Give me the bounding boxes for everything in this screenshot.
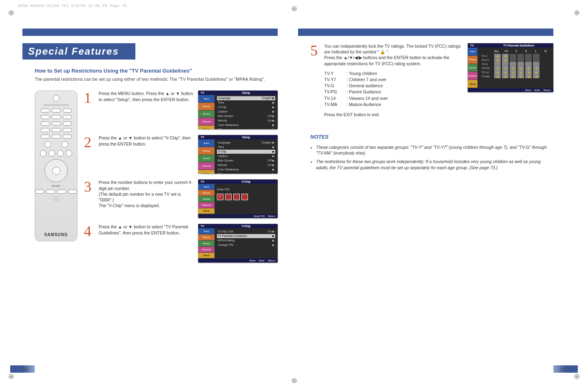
menu-row: Caption ▶ xyxy=(217,110,275,114)
grid-cell xyxy=(510,58,516,62)
footer-hint: Return xyxy=(268,215,275,217)
rating-row: TV-G: General audience xyxy=(324,83,464,89)
tv-sidebar-item: Input xyxy=(198,95,214,103)
crop-mark: ⊕ xyxy=(574,372,580,381)
tv-sidebar-item: Channel xyxy=(198,202,214,208)
grid-cell: 🔒 xyxy=(494,70,501,74)
page-number-left: 70 xyxy=(22,367,28,373)
tv-sidebar-item: Setup xyxy=(198,208,214,214)
exit-text: Press the EXIT button to exit. xyxy=(324,112,464,117)
grid-col-header: ALL xyxy=(493,50,500,53)
step-text: You can independently lock the TV rating… xyxy=(324,43,464,66)
crop-mark: ⊕ xyxy=(8,372,14,381)
grid-cell xyxy=(510,62,516,66)
step-text: Press the MENU button. Press the ▲ or ▼ … xyxy=(99,91,193,102)
note-item: These categories consist of two separate… xyxy=(316,144,553,156)
tv-sidebar-item: Setup xyxy=(468,80,477,88)
rating-row: TV-MA: Mature Audience xyxy=(324,102,464,108)
grid-cell: 🔒 xyxy=(502,70,508,74)
grid-cell xyxy=(517,54,524,58)
tv-sidebar-item: Sound xyxy=(198,155,214,163)
menu-row: TV Parental Guidelines ▶ xyxy=(217,234,275,238)
step-row: 3 Press the number buttons to enter your… xyxy=(84,179,278,218)
step-number: 1 xyxy=(84,91,94,105)
grid-cell xyxy=(517,58,524,62)
chapter-title: Special Features xyxy=(22,43,135,60)
grid-col-header: FV xyxy=(503,50,510,53)
menu-row: Time ▶ xyxy=(217,145,275,149)
grid-cell: 🔒 xyxy=(510,74,516,78)
crop-mark: ⊕ xyxy=(291,4,297,13)
footer-hint: Return xyxy=(268,259,275,262)
tv-sidebar-item: Channel xyxy=(468,72,477,80)
grid-row: TV-Y🔒🔒 xyxy=(480,54,551,58)
grid-cell: 🔒 xyxy=(525,70,532,74)
file-info: BP68-00283A-02(68-79) 5/6/04 12:06 PM Pa… xyxy=(18,4,127,8)
notes-list: These categories consist of two separate… xyxy=(310,144,553,171)
grid-row: TV-14🔒🔒🔒🔒🔒🔒 xyxy=(480,70,551,74)
menu-row: MPAA Rating ▶ xyxy=(217,239,275,243)
step-number: 5 xyxy=(310,43,320,117)
crop-mark: ⊕ xyxy=(291,376,297,385)
notes-heading: NOTES xyxy=(310,134,553,140)
step-text: Press the ▲ or ▼ button to select "V-Chi… xyxy=(99,135,193,146)
tv-sidebar-item: Channel xyxy=(198,162,214,170)
tv-menu-screenshot: TVSetup InputPictureSoundChannelSetup La… xyxy=(198,91,278,129)
tv-sidebar-item: Sound xyxy=(198,196,214,202)
tv-sidebar-item: Sound xyxy=(468,64,477,72)
grid-cell: 🔒 xyxy=(533,70,539,74)
remote-control-image: ENTER ○ ○ ○○ ○ ○ SAMSUNG xyxy=(35,91,77,241)
menu-row: Melody: On ▶ xyxy=(217,163,275,167)
tv-sidebar-item: Input xyxy=(198,139,214,147)
menu-row: Language: English ▶ xyxy=(217,141,275,145)
menu-row: Blue Screen: Off ▶ xyxy=(217,159,275,163)
tv-sidebar-item: Input xyxy=(468,48,477,56)
intro-text: The parental restrictions can be set up … xyxy=(35,76,278,82)
ratings-list: TV-Y: Young childrenTV-Y7: Children 7 an… xyxy=(324,71,464,108)
grid-cell: 🔒 xyxy=(510,70,516,74)
grid-cell: 🔒 xyxy=(502,54,508,58)
section-heading: How to Set up Restrictions Using the "TV… xyxy=(35,68,278,74)
menu-row: Language: English ▶ xyxy=(217,96,275,100)
grid-cell: 🔒 xyxy=(533,66,539,70)
grid-row: TV-MA🔒🔒🔒🔒🔒🔒 xyxy=(480,74,551,78)
menu-row: Melody: On ▶ xyxy=(217,119,275,123)
rating-row: TV-Y7: Children 7 and over xyxy=(324,77,464,83)
grid-col-header: S xyxy=(522,50,530,53)
menu-row: V-Chip ▶ xyxy=(217,150,275,154)
footer-hint: Enter xyxy=(535,89,540,91)
tv-sidebar-item: Input xyxy=(198,228,214,234)
tv-menu-screenshot: TVV-Chip InputPictureSoundChannelSetup V… xyxy=(198,224,278,263)
menu-row: V-Chip Lock: On ▶ xyxy=(217,230,275,234)
grid-cell xyxy=(525,58,532,62)
grid-row: TV-Y7🔒🔒 xyxy=(480,58,551,62)
menu-row: Change PIN ▶ xyxy=(217,243,275,247)
grid-cell: 🔒 xyxy=(533,74,539,78)
footer-hint: Enter PIN xyxy=(254,215,265,217)
grid-col-header: D xyxy=(542,50,549,53)
grid-cell: 🔒 xyxy=(494,66,501,70)
step-number: 4 xyxy=(84,224,94,239)
grid-title: TV Parental Guidelines xyxy=(486,44,551,47)
tv-menu-screenshot: TVV-Chip InputPictureSoundChannelSetup E… xyxy=(198,179,278,218)
tv-sidebar-item: Picture xyxy=(198,147,214,155)
grid-col-header: V xyxy=(513,50,520,53)
note-item: The restrictions for these two groups wo… xyxy=(316,159,553,170)
grid-cell xyxy=(533,62,539,66)
step-text: Press the number buttons to enter your c… xyxy=(99,179,193,208)
grid-row: TV-PG🔒🔒🔒🔒🔒🔒 xyxy=(480,66,551,70)
tv-sidebar-item: Channel xyxy=(198,118,214,126)
tv-sidebar-item: Sound xyxy=(198,111,214,118)
step-text: Press the ▲ or ▼ button to select "TV Pa… xyxy=(99,224,193,235)
rating-row: TV-14: Viewers 14 and over xyxy=(324,95,464,102)
tv-sidebar-item: Channel xyxy=(198,247,214,253)
menu-row: Blue Screen: Off ▶ xyxy=(217,114,275,118)
grid-col-header: L xyxy=(532,50,539,53)
menu-row: PC ▶ xyxy=(217,172,275,174)
grid-cell xyxy=(502,62,508,66)
grid-cell xyxy=(525,62,532,66)
footer-hint: Move xyxy=(250,259,256,262)
grid-cell xyxy=(533,58,539,62)
tv-sidebar-item: Picture xyxy=(198,234,214,241)
tv-sidebar-item: Picture xyxy=(468,56,477,64)
